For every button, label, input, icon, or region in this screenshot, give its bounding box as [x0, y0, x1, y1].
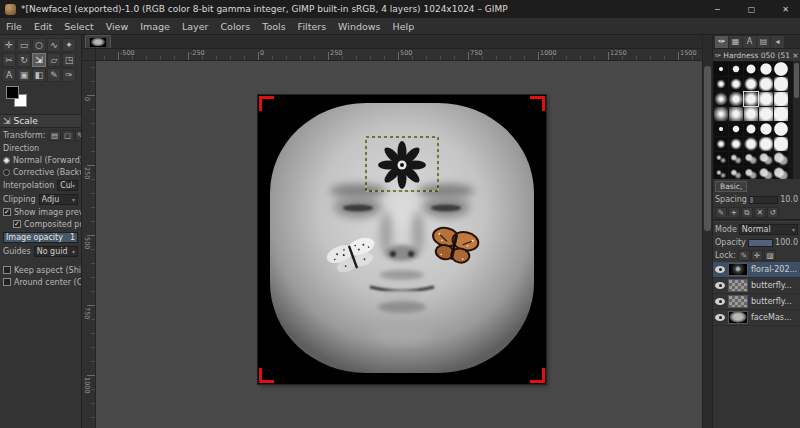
show-image-preview-checkbox[interactable]: ✓ [3, 208, 11, 216]
transform-layer-button[interactable]: ▤ [49, 130, 61, 141]
maximize-button[interactable]: ▢ [737, 0, 766, 18]
gradient-tool[interactable]: ◧ [32, 68, 46, 82]
foreground-color-swatch[interactable] [6, 86, 19, 99]
shear-tool[interactable]: ▱ [47, 53, 61, 67]
brush-item[interactable] [729, 62, 743, 76]
fonts-tab-icon[interactable]: A [743, 36, 756, 48]
brush-item[interactable] [714, 92, 728, 106]
brush-item[interactable] [744, 92, 758, 106]
close-button[interactable]: ✕ [771, 0, 800, 18]
canvas[interactable] [258, 95, 546, 384]
layer-visibility-eye-icon[interactable] [715, 282, 725, 289]
canvas-vertical-scrollbar[interactable] [702, 35, 712, 428]
brush-item[interactable] [774, 77, 788, 91]
duplicate-brush-button[interactable]: ⧉ [741, 207, 753, 218]
tab-menu-arrow-icon[interactable]: ◂ [771, 36, 784, 48]
ellipse-select-tool[interactable]: ○ [32, 38, 46, 52]
brush-item[interactable] [759, 137, 773, 151]
brush-item[interactable] [759, 77, 773, 91]
brush-item[interactable] [774, 167, 788, 179]
brush-scrollbar[interactable] [793, 61, 800, 179]
h-ruler[interactable]: -500-2500250500750100012501500 [96, 49, 702, 61]
brush-item[interactable] [714, 122, 728, 136]
edit-brush-button[interactable]: ✎ [715, 207, 727, 218]
new-brush-button[interactable]: + [728, 207, 740, 218]
keep-aspect-row[interactable]: Keep aspect (Shift) [0, 264, 81, 276]
layer-visibility-eye-icon[interactable] [715, 266, 725, 273]
bucket-fill-tool[interactable]: ▣ [17, 68, 31, 82]
transform-path-button[interactable]: ✎ [75, 130, 82, 141]
brush-item[interactable] [744, 167, 758, 179]
layer-row-1[interactable]: butterfly... [713, 278, 800, 294]
lock-pixels-button[interactable]: ✎ [738, 250, 750, 261]
brush-item[interactable] [729, 77, 743, 91]
direction-option-1[interactable]: Corrective (Backwa [0, 166, 81, 178]
brush-item[interactable] [759, 152, 773, 166]
brush-item[interactable] [714, 62, 728, 76]
brush-item[interactable] [774, 122, 788, 136]
menu-edit[interactable]: Edit [28, 21, 58, 32]
menu-view[interactable]: View [100, 21, 135, 32]
brush-item[interactable] [729, 122, 743, 136]
menu-colors[interactable]: Colors [214, 21, 256, 32]
layer-visibility-eye-icon[interactable] [715, 298, 725, 305]
move-tool[interactable]: ✛ [2, 38, 16, 52]
text-tool[interactable]: A [2, 68, 16, 82]
transform-handle-bottom-left[interactable] [259, 368, 274, 383]
crop-tool[interactable]: ✂ [2, 53, 16, 67]
brush-item[interactable] [774, 137, 788, 151]
brushes-tab-icon[interactable]: ✑ [715, 36, 728, 48]
scale-tool[interactable]: ⇲ [32, 53, 46, 67]
brush-item[interactable] [714, 137, 728, 151]
brush-item[interactable] [774, 107, 788, 121]
rotate-tool[interactable]: ↻ [17, 53, 31, 67]
brush-item[interactable] [744, 122, 758, 136]
image-opacity-slider[interactable]: Image opacity 1 [3, 232, 78, 243]
menu-file[interactable]: File [0, 21, 28, 32]
menu-help[interactable]: Help [387, 21, 421, 32]
transform-handle-bottom-right[interactable] [530, 368, 545, 383]
composited-preview-checkbox[interactable]: ✓ [13, 220, 21, 228]
rectangle-select-tool[interactable]: ▭ [17, 38, 31, 52]
brush-item[interactable] [729, 152, 743, 166]
menu-layer[interactable]: Layer [176, 21, 215, 32]
brush-item[interactable] [714, 77, 728, 91]
brush-item[interactable] [729, 92, 743, 106]
mode-dropdown[interactable]: Normal▾ [739, 224, 798, 235]
transform-handle-top-left[interactable] [259, 96, 274, 111]
lock-alpha-button[interactable]: ▨ [764, 250, 776, 261]
brush-item[interactable] [759, 107, 773, 121]
brush-item[interactable] [714, 167, 728, 179]
paintbrush-tool[interactable]: ✑ [62, 68, 76, 82]
pencil-tool[interactable]: ✎ [47, 68, 61, 82]
scrollbar-thumb[interactable] [704, 66, 711, 231]
menu-filters[interactable]: Filters [292, 21, 332, 32]
layer-row-3[interactable]: faceMas... [713, 310, 800, 326]
brush-item[interactable] [759, 167, 773, 179]
brush-item[interactable] [729, 107, 743, 121]
menu-select[interactable]: Select [58, 21, 99, 32]
minimize-button[interactable]: ─ [703, 0, 732, 18]
layer-row-2[interactable]: butterfly... [713, 294, 800, 310]
brush-item[interactable] [744, 137, 758, 151]
keep-aspect-checkbox[interactable] [3, 266, 11, 274]
brush-item[interactable] [759, 122, 773, 136]
guides-dropdown[interactable]: No guid▾ [34, 246, 78, 257]
around-center-checkbox[interactable] [3, 278, 11, 286]
brush-item[interactable] [714, 107, 728, 121]
brush-item[interactable] [759, 92, 773, 106]
clipping-dropdown[interactable]: Adju▾ [39, 194, 78, 205]
patterns-tab-icon[interactable]: ▦ [729, 36, 742, 48]
brush-item[interactable] [744, 107, 758, 121]
transform-selection-button[interactable]: ▢ [62, 130, 74, 141]
lock-position-button[interactable]: ✛ [751, 250, 763, 261]
brush-item[interactable] [744, 77, 758, 91]
refresh-brushes-button[interactable]: ↺ [767, 207, 779, 218]
brush-item[interactable] [729, 167, 743, 179]
brush-item[interactable] [774, 92, 788, 106]
fuzzy-select-tool[interactable]: ✦ [62, 38, 76, 52]
v-ruler[interactable]: 02505007501000 [82, 61, 96, 428]
spacing-slider[interactable] [749, 196, 778, 204]
brush-scrollbar-thumb[interactable] [794, 63, 799, 98]
around-center-row[interactable]: Around center (Ctrl) [0, 276, 81, 288]
